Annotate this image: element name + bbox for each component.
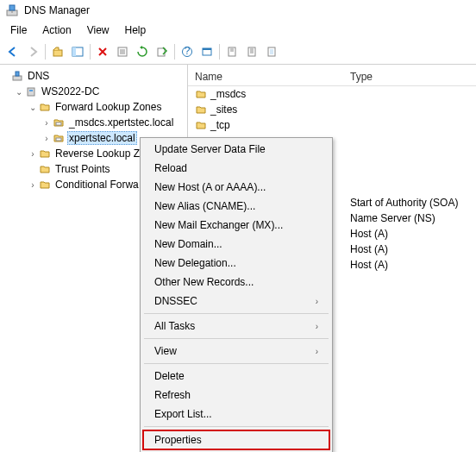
- show-hide-tree-button[interactable]: [68, 42, 87, 61]
- menu-action[interactable]: Action: [35, 22, 78, 38]
- item-type: Host (A): [343, 259, 476, 271]
- menu-separator: [144, 363, 329, 364]
- svg-rect-5: [72, 47, 76, 56]
- properties-button[interactable]: [113, 42, 132, 61]
- folder-icon: [38, 163, 52, 175]
- list-item[interactable]: _sites: [188, 102, 476, 117]
- item-type: Start of Authority (SOA): [343, 197, 476, 209]
- cm-new-alias[interactable]: New Alias (CNAME)...: [142, 197, 330, 216]
- cm-new-delegation[interactable]: New Delegation...: [142, 254, 330, 273]
- tree-zone-msdcs[interactable]: _msdcs.xpertstec.local: [0, 115, 187, 130]
- tree-root-dns[interactable]: DNS: [0, 68, 187, 84]
- filter-button-1[interactable]: [222, 42, 241, 61]
- cm-dnssec[interactable]: DNSSEC›: [142, 292, 330, 311]
- cm-new-mx[interactable]: New Mail Exchanger (MX)...: [142, 216, 330, 235]
- new-window-button[interactable]: [197, 42, 216, 61]
- tree-label: _msdcs.xpertstec.local: [67, 116, 175, 129]
- svg-rect-26: [28, 88, 34, 96]
- column-type[interactable]: Type: [343, 68, 476, 85]
- list-item[interactable]: _msdcs: [188, 86, 476, 102]
- menu-file[interactable]: File: [3, 22, 34, 38]
- cm-properties[interactable]: Properties: [142, 430, 330, 450]
- menu-separator: [144, 313, 329, 314]
- menu-view[interactable]: View: [80, 22, 116, 38]
- list-header: Name Type: [188, 68, 476, 86]
- svg-rect-10: [158, 48, 165, 56]
- submenu-arrow-icon: ›: [316, 347, 318, 356]
- menu-help[interactable]: Help: [118, 22, 153, 38]
- svg-rect-24: [13, 76, 22, 80]
- expand-toggle-icon[interactable]: [28, 149, 38, 159]
- cm-update-server-data-file[interactable]: Update Server Data File: [142, 140, 330, 159]
- folder-icon: [195, 119, 207, 131]
- server-icon: [24, 85, 38, 97]
- submenu-arrow-icon: ›: [316, 297, 318, 306]
- back-button[interactable]: [3, 42, 22, 61]
- expand-toggle-icon[interactable]: [41, 134, 52, 143]
- svg-rect-1: [9, 5, 15, 10]
- folder-icon: [38, 148, 52, 160]
- svg-rect-14: [203, 48, 211, 50]
- expand-toggle-icon[interactable]: [14, 87, 24, 97]
- tree-label: Trust Points: [53, 163, 112, 175]
- filter-button-2[interactable]: [242, 42, 261, 61]
- tree-forward-lookup-zones[interactable]: Forward Lookup Zones: [0, 99, 187, 115]
- menu-bar: File Action View Help: [0, 21, 476, 40]
- item-type: Name Server (NS): [343, 212, 476, 224]
- tree-label: DNS: [26, 70, 51, 82]
- up-one-level-button[interactable]: [48, 42, 67, 61]
- expand-toggle-icon[interactable]: [41, 118, 52, 128]
- filter-button-3[interactable]: [262, 42, 281, 61]
- item-type: Host (A): [343, 228, 476, 240]
- cm-delete[interactable]: Delete: [142, 367, 330, 386]
- zone-folder-icon: [52, 116, 66, 129]
- toolbar-separator: [174, 44, 175, 60]
- svg-rect-29: [56, 138, 61, 141]
- expand-toggle-icon[interactable]: [28, 180, 38, 190]
- cm-reload[interactable]: Reload: [142, 159, 330, 178]
- item-type: Host (A): [343, 243, 476, 255]
- cm-other-new-records[interactable]: Other New Records...: [142, 273, 330, 292]
- svg-rect-23: [270, 49, 273, 54]
- svg-rect-3: [53, 50, 62, 56]
- svg-rect-28: [56, 122, 61, 125]
- help-button[interactable]: ?: [178, 42, 197, 61]
- tree-label: xpertstec.local: [67, 131, 137, 145]
- item-name: _sites: [210, 104, 237, 116]
- list-item[interactable]: _tcp: [188, 117, 476, 133]
- forward-button[interactable]: [23, 42, 42, 61]
- svg-rect-25: [16, 72, 19, 76]
- expand-toggle-icon[interactable]: [28, 103, 38, 112]
- cm-new-domain[interactable]: New Domain...: [142, 235, 330, 254]
- toolbar: ?: [0, 40, 476, 65]
- item-name: _msdcs: [210, 88, 246, 100]
- column-name[interactable]: Name: [188, 68, 343, 85]
- svg-text:?: ?: [185, 46, 191, 57]
- cm-refresh[interactable]: Refresh: [142, 386, 330, 405]
- toolbar-separator: [219, 44, 220, 60]
- menu-separator: [144, 426, 329, 427]
- menu-separator: [144, 338, 329, 339]
- cm-all-tasks[interactable]: All Tasks›: [142, 317, 330, 336]
- cm-new-host[interactable]: New Host (A or AAAA)...: [142, 178, 330, 197]
- window-title: DNS Manager: [24, 4, 90, 16]
- tree-label: Reverse Lookup Z: [53, 148, 141, 160]
- zone-folder-icon: [52, 132, 66, 144]
- export-button[interactable]: [153, 42, 172, 61]
- folder-icon: [38, 101, 52, 113]
- svg-rect-27: [29, 90, 33, 91]
- toolbar-separator: [90, 44, 91, 60]
- tree-label: Conditional Forwa: [53, 179, 141, 191]
- folder-icon: [195, 104, 207, 116]
- title-bar: DNS Manager: [0, 0, 476, 21]
- tree-server[interactable]: WS2022-DC: [0, 84, 187, 99]
- item-name: _tcp: [210, 119, 230, 131]
- folder-icon: [38, 179, 52, 191]
- refresh-button[interactable]: [133, 42, 152, 61]
- cm-export-list[interactable]: Export List...: [142, 405, 330, 424]
- toolbar-separator: [45, 44, 46, 60]
- delete-button[interactable]: [93, 42, 112, 61]
- dns-app-icon: [5, 3, 19, 17]
- cm-view[interactable]: View›: [142, 342, 330, 361]
- tree-label: Forward Lookup Zones: [53, 101, 163, 113]
